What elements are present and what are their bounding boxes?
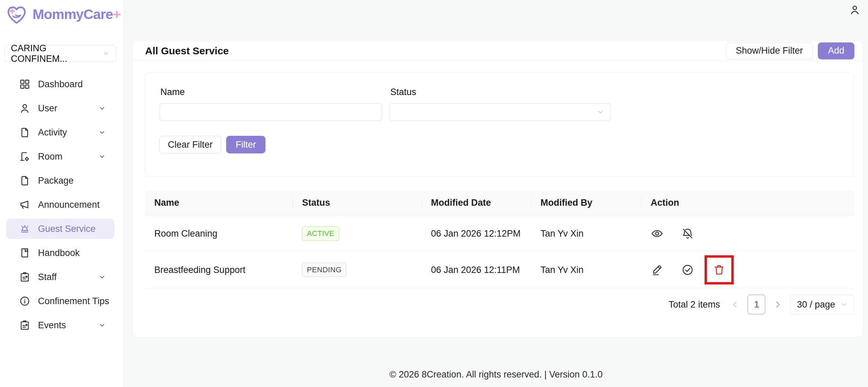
package-icon [19, 175, 31, 186]
page-title: All Guest Service [145, 45, 229, 57]
cell-name: Room Cleaning [145, 228, 293, 239]
filter-panel: Name Status Clear Filter Filter [145, 72, 854, 177]
cell-modified-by: Tan Yv Xin [531, 265, 642, 275]
table-header-row: NameStatusModified DateModified ByAction [145, 190, 854, 216]
notifications-off-icon[interactable] [681, 227, 694, 240]
brand-logo: MommyCare+ [5, 3, 121, 26]
panel-header: All Guest Service Show/Hide Filter Add [133, 41, 863, 60]
announcement-icon [19, 199, 31, 210]
sidebar-item-events[interactable]: Events [6, 315, 115, 335]
sidebar-item-label: Events [38, 320, 91, 331]
cell-status: ACTIVE [293, 226, 422, 241]
sidebar-item-user[interactable]: User [6, 98, 115, 118]
table-row: Breastfeeding SupportPENDING06 Jan 2026 … [145, 252, 854, 288]
filter-name-input[interactable] [160, 103, 382, 121]
sidebar: MommyCare+ CARING CONFINEM... DashboardU… [0, 0, 124, 387]
sidebar-item-handbook[interactable]: Handbook [6, 243, 115, 263]
filter-buttons: Clear Filter Filter [159, 136, 265, 153]
pagination-total: Total 2 items [669, 299, 720, 310]
sidebar-item-label: Guest Service [38, 224, 106, 234]
events-icon [19, 319, 31, 331]
chevron-down-icon [98, 129, 106, 136]
status-badge: ACTIVE [302, 226, 339, 241]
handbook-icon [19, 247, 31, 259]
filter-name-label: Name [160, 87, 185, 97]
table-body: Room CleaningACTIVE06 Jan 2026 12:12PMTa… [145, 216, 854, 288]
chevron-down-icon [98, 153, 106, 160]
guest-service-table: NameStatusModified DateModified ByAction… [145, 190, 854, 288]
sidebar-item-label: User [38, 103, 91, 114]
sidebar-item-confinement-tips[interactable]: Confinement Tips [6, 291, 115, 311]
next-page-icon[interactable] [773, 300, 782, 309]
column-header-action: Action [642, 198, 854, 208]
page-number-button[interactable]: 1 [748, 295, 765, 314]
sidebar-item-label: Activity [38, 127, 91, 138]
page-size-value: 30 / page [797, 299, 835, 310]
page-size-select[interactable]: 30 / page [790, 295, 854, 314]
sidebar-item-guest-service[interactable]: Guest Service [6, 219, 115, 239]
header-actions: Show/Hide Filter Add [726, 42, 854, 59]
chevron-down-icon [102, 50, 110, 58]
sidebar-item-room[interactable]: Room [6, 146, 115, 167]
column-header-status: Status [293, 198, 422, 208]
room-icon [19, 151, 31, 162]
dashboard-icon [19, 78, 31, 90]
chevron-down-icon [98, 321, 106, 329]
center-selector-value: CARING CONFINEM... [11, 43, 102, 64]
cell-status: PENDING [293, 263, 422, 277]
footer-copyright: © 2026 8Creation. All rights reserved. |… [124, 369, 868, 380]
sidebar-menu: DashboardUserActivityRoomPackageAnnounce… [6, 74, 115, 335]
filter-button[interactable]: Filter [226, 136, 265, 153]
chevron-down-icon [98, 273, 106, 281]
cell-modified-date: 06 Jan 2026 12:12PM [422, 228, 531, 239]
cell-actions [642, 227, 854, 240]
filter-status-select[interactable] [390, 103, 611, 121]
staff-icon [19, 271, 31, 283]
sidebar-item-label: Confinement Tips [38, 296, 109, 307]
filter-status-label: Status [390, 87, 416, 97]
edit-icon[interactable] [651, 263, 664, 276]
clear-filter-button[interactable]: Clear Filter [159, 136, 221, 153]
account-user-icon[interactable] [849, 4, 861, 16]
previous-page-icon[interactable] [731, 300, 739, 309]
column-header-name: Name [145, 198, 293, 208]
activity-icon [19, 127, 31, 138]
chevron-down-icon [98, 105, 106, 112]
red-highlight-annotation [705, 255, 734, 284]
main-panel: All Guest Service Show/Hide Filter Add N… [133, 41, 863, 337]
sidebar-item-label: Dashboard [38, 79, 106, 90]
guest-service-icon [19, 223, 31, 235]
sidebar-item-package[interactable]: Package [6, 170, 115, 191]
chevron-down-icon [840, 300, 848, 309]
table-row: Room CleaningACTIVE06 Jan 2026 12:12PMTa… [145, 216, 854, 252]
app-root: MommyCare+ CARING CONFINEM... DashboardU… [0, 0, 868, 387]
user-icon [19, 103, 31, 114]
column-header-modified-by: Modified By [531, 198, 642, 208]
approve-icon[interactable] [681, 263, 694, 276]
cell-modified-by: Tan Yv Xin [531, 228, 642, 239]
sidebar-item-activity[interactable]: Activity [6, 122, 115, 143]
cell-actions [642, 262, 854, 277]
sidebar-item-label: Staff [38, 272, 91, 282]
brand-name: MommyCare+ [33, 6, 121, 22]
brand-plus: + [113, 6, 121, 22]
view-icon[interactable] [651, 227, 664, 240]
delete-icon[interactable] [713, 263, 726, 276]
sidebar-item-staff[interactable]: Staff [6, 267, 115, 287]
cell-modified-date: 06 Jan 2026 12:11PM [422, 265, 531, 275]
info-icon [19, 295, 31, 307]
sidebar-item-dashboard[interactable]: Dashboard [6, 74, 115, 94]
status-badge: PENDING [302, 263, 346, 277]
show-hide-filter-button[interactable]: Show/Hide Filter [726, 42, 813, 59]
sidebar-item-label: Package [38, 176, 106, 186]
sidebar-item-label: Announcement [38, 200, 106, 210]
sidebar-item-label: Room [38, 151, 91, 162]
center-selector[interactable]: CARING CONFINEM... [4, 45, 116, 62]
sidebar-item-announcement[interactable]: Announcement [6, 195, 115, 215]
heart-hand-logo-icon [5, 3, 28, 26]
chevron-down-icon [596, 108, 605, 116]
add-button[interactable]: Add [818, 42, 854, 59]
sidebar-item-label: Handbook [38, 248, 106, 258]
cell-name: Breastfeeding Support [145, 265, 293, 275]
column-header-modified-date: Modified Date [422, 198, 531, 208]
